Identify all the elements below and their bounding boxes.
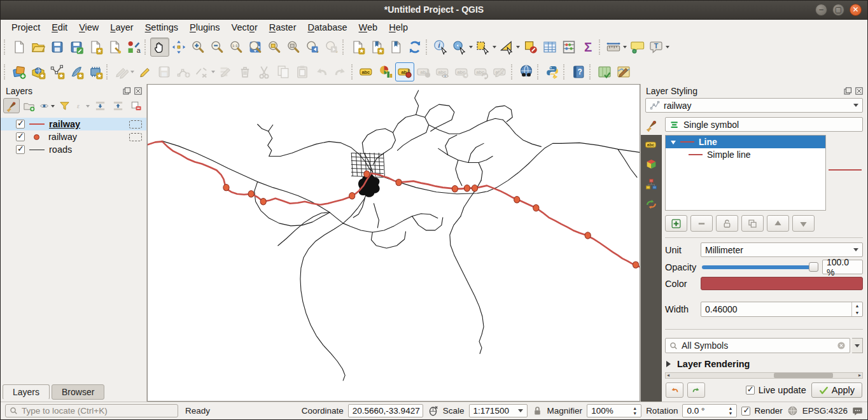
plugin-check-button[interactable] (595, 62, 614, 81)
color-swatch[interactable] (701, 277, 863, 290)
layout-manager-button[interactable] (105, 38, 124, 57)
zoom-last-button[interactable] (303, 38, 322, 57)
unit-select[interactable]: Millimeter (701, 242, 863, 257)
menu-project[interactable]: Project (6, 22, 46, 33)
dropdown-arrow-icon[interactable] (86, 105, 90, 109)
apply-button[interactable]: Apply (811, 382, 862, 398)
new-layout-button[interactable] (86, 38, 105, 57)
symbols-filter-box[interactable]: All Symbols (665, 338, 850, 353)
pin-labels-button[interactable]: ab (395, 62, 414, 81)
zoom-out-button[interactable] (207, 38, 227, 57)
copy-button[interactable] (274, 62, 293, 81)
metasearch-button[interactable] (517, 62, 536, 81)
dropdown-arrow-icon[interactable] (51, 105, 55, 109)
collapse-all-button[interactable] (109, 98, 126, 113)
dropdown-arrow-icon[interactable] (623, 46, 627, 50)
advanced-digitize-button[interactable] (193, 62, 216, 81)
styling-tab-view-3d[interactable] (641, 155, 662, 174)
clear-filter-icon[interactable] (837, 341, 846, 350)
dropdown-arrow-icon[interactable] (469, 46, 473, 50)
float-panel-icon[interactable] (843, 87, 852, 95)
change-label-button[interactable]: abc (491, 62, 510, 81)
remove-layer-button[interactable] (127, 98, 144, 113)
menu-settings[interactable]: Settings (139, 22, 184, 33)
layer-visibility-checkbox[interactable] (16, 145, 25, 154)
add-group-button[interactable] (21, 98, 38, 113)
crs-value[interactable]: EPSG:4326 (802, 406, 848, 416)
zoom-full-button[interactable] (246, 38, 265, 57)
styling-tab-symbology[interactable] (641, 115, 662, 135)
layer-item-roads[interactable]: roads (1, 143, 146, 156)
checkbox-icon[interactable] (741, 407, 750, 416)
memory-layer-indicator-icon[interactable] (129, 120, 142, 129)
redo-button[interactable] (331, 62, 350, 81)
pan-to-selection-button[interactable] (169, 38, 188, 57)
open-project-button[interactable] (29, 38, 48, 57)
current-edits-button[interactable] (112, 62, 136, 81)
new-project-button[interactable] (10, 38, 29, 57)
spinner-arrows[interactable]: ▲▼ (728, 406, 732, 416)
render-checkbox[interactable]: Render (741, 406, 782, 416)
identify-button[interactable]: i (431, 38, 451, 57)
menu-plugins[interactable]: Plugins (184, 22, 226, 33)
label-options-button[interactable]: abc (357, 62, 376, 81)
symbol-node-simple-line[interactable]: Simple line (666, 148, 825, 161)
minimize-button[interactable]: – (815, 4, 827, 16)
styling-tab-diagrams[interactable] (641, 174, 662, 194)
new-spatialite-button[interactable] (67, 62, 86, 81)
menu-web[interactable]: Web (353, 22, 384, 33)
sym-duplicate-button[interactable] (741, 215, 764, 232)
lock-scale-icon[interactable] (532, 405, 543, 416)
scrollbar-thumb[interactable] (774, 373, 833, 378)
styling-tab-labels[interactable]: abc (641, 135, 662, 155)
unpin-labels-button[interactable]: ab (414, 62, 433, 81)
dropdown-arrow-icon[interactable] (516, 46, 520, 50)
opacity-value-field[interactable]: 100.0 % (822, 260, 863, 274)
messages-icon[interactable] (852, 405, 863, 416)
sym-down-button[interactable] (792, 215, 815, 232)
stats-abacus-button[interactable] (559, 38, 578, 57)
coordinate-input[interactable]: 20.5660,-33.9427 (348, 404, 423, 417)
opacity-slider-handle[interactable] (809, 262, 818, 272)
text-annotation-button[interactable]: T (647, 38, 671, 57)
map-tips-button[interactable] (628, 38, 647, 57)
redo-style-button[interactable] (687, 382, 705, 398)
help-contents-button[interactable]: ? (569, 62, 588, 81)
sym-remove-button[interactable] (690, 215, 713, 232)
toggle-editing-button[interactable] (136, 62, 155, 81)
filter-legend-button[interactable] (57, 98, 73, 113)
scroll-left-icon[interactable]: ◂ (667, 372, 669, 378)
data-source-manager-button[interactable] (10, 62, 29, 81)
styling-tab-history[interactable] (641, 194, 662, 214)
new-shapefile-button[interactable] (48, 62, 67, 81)
multiedit-button[interactable] (216, 62, 235, 81)
layer-item-railway[interactable]: railway (1, 130, 146, 143)
horizontal-scrollbar[interactable]: ◂ ▸ (665, 372, 863, 379)
move-label-button[interactable]: abc (452, 62, 472, 81)
dropdown-arrow-icon[interactable] (211, 71, 215, 75)
open-styling-button[interactable] (3, 98, 20, 113)
dropdown-arrow-icon[interactable] (666, 46, 669, 50)
pan-button[interactable] (150, 38, 169, 57)
rotate-label-button[interactable]: abc (472, 62, 491, 81)
menu-view[interactable]: View (73, 22, 104, 33)
live-update-checkbox[interactable]: Live update (746, 385, 806, 395)
symbol-node-line[interactable]: Line (666, 136, 825, 148)
expand-all-button[interactable] (92, 98, 108, 113)
close-panel-icon[interactable] (855, 87, 864, 95)
layer-visibility-checkbox[interactable] (16, 120, 25, 129)
layer-visibility-checkbox[interactable] (16, 132, 25, 141)
map-canvas[interactable] (147, 84, 640, 402)
python-console-button[interactable] (543, 62, 562, 81)
sym-add-button[interactable] (665, 215, 687, 232)
layer-item-railway[interactable]: railway (1, 118, 146, 130)
close-panel-icon[interactable] (134, 87, 143, 95)
menu-edit[interactable]: Edit (46, 22, 73, 33)
dropdown-arrow-icon[interactable] (493, 46, 496, 50)
menu-raster[interactable]: Raster (263, 22, 302, 33)
diagram-options-button[interactable] (376, 62, 395, 81)
tab-browser[interactable]: Browser (52, 384, 104, 400)
show-bookmarks-button[interactable] (367, 38, 386, 57)
zoom-in-button[interactable] (188, 38, 207, 57)
refresh-button[interactable] (405, 38, 424, 57)
